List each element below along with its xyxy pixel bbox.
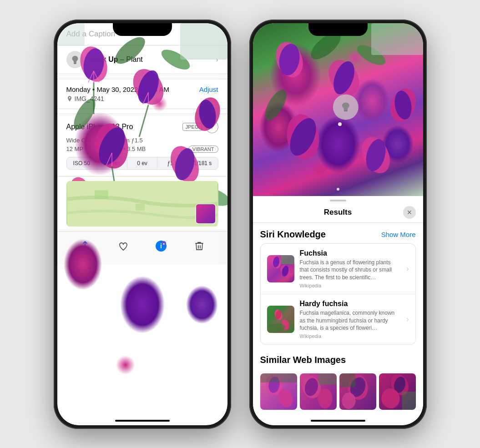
svg-rect-70 <box>339 373 355 387</box>
visual-lookup-button[interactable] <box>333 94 358 120</box>
web-images-section: Similar Web Images <box>253 348 423 410</box>
knowledge-card: Fuchsia Fuchsia is a genus of flowering … <box>260 243 416 345</box>
web-images-title: Similar Web Images <box>260 355 346 365</box>
fuchsia-thumb <box>267 255 294 282</box>
map-area[interactable] <box>66 181 218 227</box>
left-phone: Add a Caption Look Up – Plant › <box>54 20 231 429</box>
web-image-4[interactable] <box>379 373 416 410</box>
sheet-title: Results <box>273 208 403 217</box>
show-more-button[interactable]: Show More <box>381 231 416 238</box>
map-thumbnail <box>196 204 216 224</box>
hardy-text: Hardy fuchsia Fuchsia magellanica, commo… <box>300 300 401 339</box>
home-indicator <box>115 420 170 422</box>
hardy-chevron: › <box>406 315 409 323</box>
svg-rect-62 <box>260 373 297 383</box>
sheet-header: Results ✕ <box>253 201 423 223</box>
siri-knowledge-title: Siri Knowledge <box>260 229 326 240</box>
siri-knowledge-header: Siri Knowledge Show More <box>253 223 423 243</box>
fuchsia-text: Fuchsia Fuchsia is a genus of flowering … <box>300 249 401 288</box>
knowledge-item-hardy[interactable]: Hardy fuchsia Fuchsia magellanica, commo… <box>261 294 415 344</box>
svg-rect-29 <box>95 190 108 199</box>
knowledge-item-fuchsia[interactable]: Fuchsia Fuchsia is a genus of flowering … <box>261 244 415 294</box>
svg-rect-53 <box>281 255 294 264</box>
right-home-indicator <box>311 420 365 422</box>
web-image-1[interactable] <box>260 373 297 410</box>
svg-rect-66 <box>318 373 336 385</box>
close-button[interactable]: ✕ <box>403 206 416 219</box>
results-sheet: Results ✕ Siri Knowledge Show More <box>253 196 423 425</box>
visual-lookup-dot <box>338 122 342 126</box>
hardy-thumb <box>267 306 294 333</box>
web-images-grid <box>260 373 416 410</box>
svg-rect-74 <box>402 392 415 410</box>
right-phone-screen: Results ✕ Siri Knowledge Show More <box>253 23 423 425</box>
svg-point-65 <box>318 388 332 408</box>
fuchsia-chevron: › <box>406 265 409 273</box>
svg-point-69 <box>342 393 355 409</box>
web-image-3[interactable] <box>339 373 376 410</box>
notch <box>113 23 172 36</box>
web-image-2[interactable] <box>300 373 337 410</box>
right-page-dot <box>337 188 339 191</box>
right-phone: Results ✕ Siri Knowledge Show More <box>249 20 427 429</box>
left-phone-screen: Add a Caption Look Up – Plant › <box>57 23 227 425</box>
right-notch <box>308 23 368 36</box>
svg-rect-30 <box>136 204 145 211</box>
right-photo-area <box>253 23 423 196</box>
